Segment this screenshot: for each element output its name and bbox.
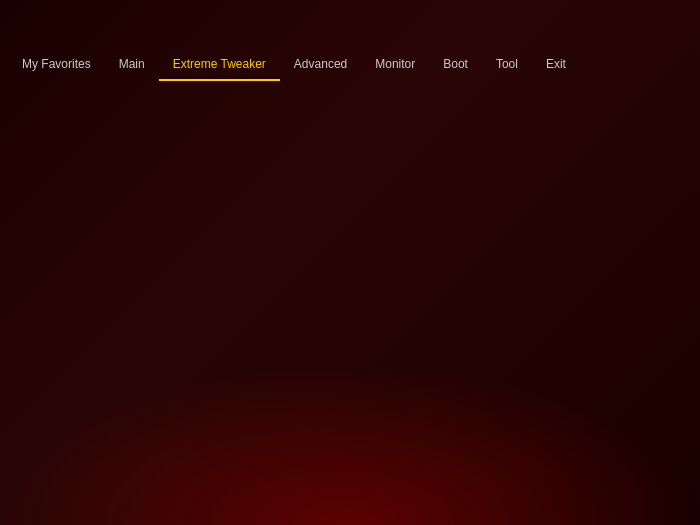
- nav-boot[interactable]: Boot: [429, 49, 482, 79]
- nav-exit[interactable]: Exit: [532, 49, 580, 79]
- nav-main[interactable]: Main: [105, 49, 159, 79]
- nav-advanced[interactable]: Advanced: [280, 49, 361, 79]
- nav-tool[interactable]: Tool: [482, 49, 532, 79]
- nav-monitor[interactable]: Monitor: [361, 49, 429, 79]
- nav-my-favorites[interactable]: My Favorites: [8, 49, 105, 79]
- nav-extreme-tweaker[interactable]: Extreme Tweaker: [159, 49, 280, 81]
